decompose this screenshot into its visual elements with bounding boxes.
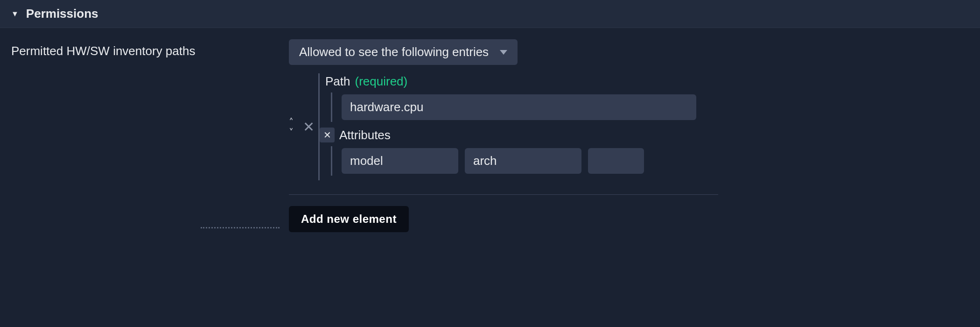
attribute-input[interactable]	[588, 148, 644, 174]
attribute-input[interactable]	[465, 148, 581, 174]
attributes-input-list	[342, 148, 969, 174]
mode-select[interactable]: Allowed to see the following entries	[289, 39, 518, 65]
setting-value-column: Allowed to see the following entries ˄ ˅…	[289, 39, 980, 232]
attributes-toggle[interactable]: ✕	[320, 128, 335, 142]
collapse-triangle-icon: ▼	[11, 10, 19, 18]
section-header-permissions[interactable]: ▼ Permissions	[0, 0, 980, 28]
chevron-down-icon	[500, 50, 507, 55]
add-element-button[interactable]: Add new element	[289, 206, 409, 232]
mode-select-value: Allowed to see the following entries	[299, 45, 489, 59]
attributes-input-wrap	[331, 146, 969, 176]
entry-body: Path (required) ✕ Attributes	[318, 73, 969, 180]
path-label-row: Path (required)	[320, 73, 969, 92]
path-input-wrap	[331, 92, 969, 122]
attributes-label: Attributes	[339, 128, 391, 142]
section-title: Permissions	[26, 7, 98, 21]
delete-entry-button[interactable]: ✕	[300, 119, 317, 135]
path-field-group: Path (required)	[320, 73, 969, 122]
divider	[289, 194, 718, 195]
setting-label-column: Permitted HW/SW inventory paths	[11, 39, 289, 232]
required-marker: (required)	[355, 74, 408, 89]
dotted-leader	[201, 219, 280, 228]
path-label: Path	[325, 74, 350, 89]
path-input[interactable]	[342, 94, 696, 120]
setting-label: Permitted HW/SW inventory paths	[11, 44, 195, 58]
chevron-up-icon: ˄	[289, 117, 294, 127]
content-area: Permitted HW/SW inventory paths Allowed …	[0, 28, 980, 232]
entry-row: ˄ ˅ ✕ Path (required) ✕ At	[289, 73, 969, 180]
attribute-input[interactable]	[342, 148, 458, 174]
attributes-label-row: ✕ Attributes	[320, 127, 969, 146]
reorder-handle[interactable]: ˄ ˅	[289, 117, 294, 137]
attributes-field-group: ✕ Attributes	[320, 127, 969, 176]
chevron-down-icon: ˅	[289, 128, 294, 137]
